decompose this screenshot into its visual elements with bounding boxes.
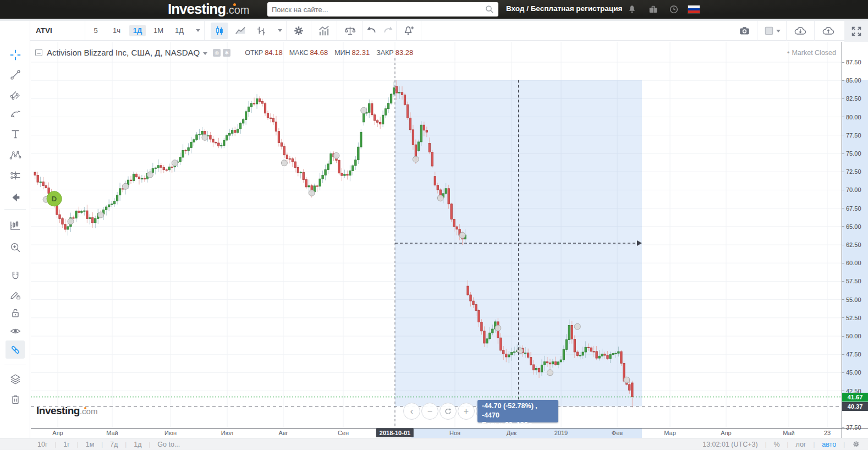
current-price-label: 41.67 — [842, 393, 868, 402]
chart-pane[interactable]: D – Activision Blizzard Inc, США, Д, NAS… — [31, 42, 842, 428]
snapshot-camera-button[interactable] — [732, 21, 757, 41]
brush-tool-button[interactable] — [6, 105, 25, 123]
chart-settings-button[interactable] — [287, 21, 311, 40]
timeframe-5[interactable]: 5 — [85, 21, 106, 40]
range-1y[interactable]: 1г — [63, 441, 70, 448]
compare-scales-button[interactable] — [337, 21, 362, 40]
chart-canvas[interactable]: D — [31, 42, 842, 428]
sidebar-divider — [4, 365, 26, 365]
zoom-out-button[interactable]: − — [421, 403, 438, 420]
pitchfork-icon — [9, 89, 21, 101]
symbol-input[interactable] — [36, 26, 82, 35]
candlestick-type-button[interactable] — [209, 21, 230, 40]
measure-tooltip: -44.70 (-52.78%) , -4470 Бары: 93, 136д — [477, 400, 558, 422]
log-scale-button[interactable]: лог — [795, 441, 806, 448]
legend-visibility-icon[interactable]: ◎ — [213, 49, 221, 57]
high-value: 84.68 — [310, 48, 328, 57]
crosshair-tool-button[interactable] — [6, 46, 25, 64]
layout-square-icon — [763, 25, 774, 36]
undo-button[interactable] — [363, 21, 380, 40]
login-register-link[interactable]: Вход / Бесплатная регистрация — [506, 4, 622, 13]
clock-readout[interactable]: 13:02:01 (UTC+3) — [702, 441, 757, 448]
app-root: Investing.com Вход / Бесплатная регистра… — [0, 0, 868, 456]
time-axis[interactable]: АпрМайИюнИюлАвгСен2018-10-01НояДек2019Фе… — [31, 428, 842, 438]
timeframe-1m[interactable]: 1M — [148, 21, 169, 40]
axis-border-horizontal — [31, 428, 868, 428]
text-tool-button[interactable] — [6, 125, 25, 143]
reset-zoom-button[interactable] — [440, 403, 457, 420]
layers-icon — [9, 373, 21, 385]
zoom-in-button[interactable]: + — [458, 403, 475, 420]
symbol-search-box[interactable] — [30, 21, 85, 40]
price-tick: 55.00 — [842, 296, 861, 303]
price-tick: 87.50 — [842, 59, 861, 65]
scroll-left-button[interactable]: ‹ — [403, 403, 420, 420]
percent-scale-button[interactable]: % — [773, 441, 779, 448]
auto-scale-button[interactable]: авто — [822, 441, 836, 448]
line-chart-type-button[interactable] — [230, 21, 251, 40]
scales-balance-icon — [344, 25, 356, 37]
prediction-tool-button[interactable] — [6, 166, 25, 184]
chevron-down-icon[interactable] — [203, 52, 207, 55]
drawing-tools-sidebar — [0, 21, 30, 438]
area-chart-icon — [234, 25, 246, 37]
fullscreen-icon[interactable] — [850, 25, 862, 37]
ohlc-bars-type-button[interactable] — [251, 21, 272, 40]
goto-date-button[interactable]: Go to... — [157, 441, 180, 448]
time-tick: Сен — [338, 430, 349, 436]
price-tick: 62.50 — [842, 241, 861, 248]
search-icon[interactable] — [485, 4, 495, 14]
xabcd-pattern-tool-button[interactable] — [6, 146, 25, 164]
magnet-mode-button[interactable] — [6, 267, 25, 285]
portfolio-briefcase-icon[interactable] — [648, 4, 658, 14]
pitchfork-tool-button[interactable] — [6, 85, 25, 103]
sync-drawings-link-button[interactable] — [6, 340, 25, 359]
site-logo[interactable]: Investing.com — [168, 1, 249, 18]
zoom-in-tool-button[interactable] — [6, 238, 25, 256]
redo-button-disabled[interactable] — [380, 21, 396, 40]
hide-toolbar-arrow-button[interactable] — [6, 188, 25, 206]
time-tick: Ноя — [449, 430, 460, 436]
hide-drawings-button[interactable] — [6, 322, 25, 340]
language-flag-ru-icon[interactable] — [688, 6, 700, 13]
chevron-down-icon — [278, 29, 282, 32]
timeframe-more-dropdown[interactable] — [190, 21, 204, 40]
price-tick: 37.50 — [842, 424, 861, 431]
bar-replay-tool-button[interactable] — [6, 216, 25, 234]
timeframe-1d-active[interactable]: 1Д — [127, 21, 148, 40]
chart-type-more-dropdown[interactable] — [272, 21, 286, 40]
load-chart-button[interactable] — [787, 21, 814, 41]
legend-settings-icon[interactable]: ✱ — [223, 49, 230, 57]
dividend-marker[interactable]: D — [47, 191, 62, 206]
axis-border-vertical — [842, 42, 842, 438]
eye-icon — [9, 325, 21, 337]
timeframe-1d2[interactable]: 1Д — [169, 21, 190, 40]
drawing-mode-lock-button[interactable] — [6, 285, 25, 304]
save-chart-button[interactable] — [815, 21, 842, 41]
range-1m[interactable]: 1м — [86, 441, 95, 448]
object-tree-button[interactable] — [6, 370, 25, 388]
instrument-title[interactable]: Activision Blizzard Inc, США, Д, NASDAQ — [47, 48, 200, 57]
timeframe-1h[interactable]: 1ч — [106, 21, 127, 40]
range-10y[interactable]: 10г — [37, 441, 47, 448]
price-tick: 60.00 — [842, 260, 861, 266]
search-input[interactable] — [267, 6, 485, 14]
legend-collapse-icon[interactable]: – — [35, 49, 42, 56]
range-1d[interactable]: 1д — [134, 441, 141, 448]
remove-drawings-button[interactable] — [6, 390, 25, 408]
time-tick: Фев — [612, 430, 623, 436]
clock-icon[interactable] — [669, 4, 679, 14]
ohlc-readout: ОТКР84.18 МАКС84.68 МИН82.31 ЗАКР83.28 — [238, 48, 413, 57]
range-7d[interactable]: 7д — [110, 441, 118, 448]
candlestick-chart-icon — [214, 25, 225, 37]
footer-settings-gear-icon[interactable] — [852, 440, 860, 448]
lock-drawings-button[interactable] — [6, 304, 25, 322]
notifications-bell-icon[interactable] — [627, 4, 637, 14]
time-tick: Авг — [278, 430, 288, 436]
close-value: 83.28 — [395, 48, 414, 57]
trend-line-tool-button[interactable] — [6, 65, 25, 84]
price-axis[interactable]: 41.67 40.37 87.5085.0082.5080.0077.5075.… — [842, 42, 868, 438]
indicators-button[interactable] — [311, 21, 337, 40]
add-alert-button[interactable] — [397, 21, 421, 40]
layout-select-button[interactable] — [757, 21, 786, 41]
